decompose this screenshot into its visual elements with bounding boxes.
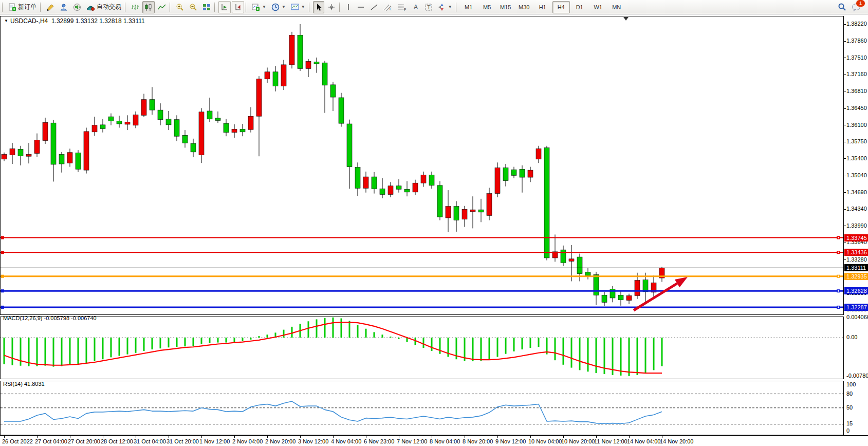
candle-body (404, 189, 410, 192)
trendline-tool-button[interactable] (368, 1, 380, 13)
price-tick-label: 1.33280 (846, 256, 867, 263)
zoom-out-icon (189, 3, 197, 11)
toolbar-grip (40, 3, 43, 12)
new-order-button[interactable]: 新订单 (6, 1, 39, 13)
candle-body (141, 100, 146, 116)
zoom-out-button[interactable] (187, 1, 199, 13)
price-tick-dash (844, 58, 846, 58)
fibonacci-tool-button[interactable]: F (396, 1, 409, 13)
candle-body (544, 147, 549, 257)
price-tick-label: 1.36810 (846, 88, 867, 94)
bar-chart-button[interactable] (129, 1, 141, 13)
timeframe-group: M1M5M15M30H1H4D1W1MN (459, 1, 626, 13)
time-tick (136, 436, 136, 438)
time-tick (366, 436, 366, 438)
chart-shift-marker[interactable] (623, 17, 629, 21)
hline-handle[interactable] (1, 275, 4, 278)
indicators-button[interactable]: ▼ (250, 1, 268, 13)
periods-button[interactable]: ▼ (269, 1, 288, 13)
crosshair-icon (327, 3, 336, 11)
candle-body (322, 63, 327, 85)
tab-timeframe-H4[interactable]: H4 (552, 1, 570, 13)
candle-body (520, 169, 525, 177)
metaeditor-button[interactable] (58, 1, 70, 13)
hline-handle[interactable] (1, 289, 4, 292)
candle-body (495, 168, 500, 193)
tab-timeframe-D1[interactable]: D1 (571, 1, 588, 13)
tab-timeframe-W1[interactable]: W1 (589, 1, 607, 13)
chevron-down-icon: ▼ (448, 5, 452, 9)
person-icon (60, 3, 68, 11)
cursor-button[interactable] (313, 1, 324, 13)
tab-timeframe-M5[interactable]: M5 (478, 1, 496, 13)
time-tick-label: 10 Nov 20:00 (561, 438, 595, 444)
price-tick-label: 1.38220 (846, 21, 867, 27)
hline-handle-dot (838, 237, 839, 238)
autotrade-button[interactable]: 自动交易 (84, 1, 123, 13)
toolbar-grip (246, 3, 248, 12)
label-tool-button[interactable]: T (422, 1, 435, 13)
hline-handle[interactable] (1, 251, 4, 254)
arrows-tool-button[interactable]: ▼ (436, 1, 454, 13)
candle-body (413, 183, 418, 192)
clock-icon (271, 3, 280, 11)
chart-plot[interactable] (0, 16, 844, 435)
vline-tool-button[interactable] (343, 1, 354, 13)
chart-shift-button[interactable] (232, 1, 244, 13)
tab-timeframe-M15[interactable]: M15 (497, 1, 514, 13)
tile-windows-button[interactable] (200, 1, 213, 13)
tab-timeframe-H1[interactable]: H1 (534, 1, 551, 13)
candle-body (478, 210, 484, 212)
price-tick-dash (844, 41, 846, 42)
time-tick (234, 436, 235, 438)
hline-handle[interactable] (1, 236, 4, 239)
candle-body (462, 209, 467, 219)
candle-body (100, 125, 105, 128)
hline-tool-button[interactable] (355, 1, 367, 13)
tab-timeframe-M30[interactable]: M30 (515, 1, 533, 13)
hline-handle[interactable] (1, 306, 4, 309)
price-tick-dash (844, 142, 846, 142)
candle-body (191, 143, 196, 152)
chat-button[interactable]: 1 (849, 1, 863, 13)
text-tool-button[interactable]: A (410, 1, 421, 13)
price-axis: 1.382201.378601.375101.371601.368101.364… (844, 16, 868, 435)
rsi-label: RSI(14) 41.8031 (3, 381, 45, 387)
candle-chart-button[interactable] (142, 1, 155, 13)
candle-body (150, 100, 155, 110)
crosshair-button[interactable] (325, 1, 338, 13)
svg-text:T: T (427, 4, 431, 10)
ohlc-values: 1.32899 1.33132 1.32818 1.33111 (51, 17, 145, 25)
price-tick-dash (844, 176, 846, 176)
candle-body (2, 154, 7, 159)
candle-body (339, 98, 344, 123)
candle-body (446, 207, 451, 218)
candle-body (133, 115, 138, 125)
price-badge-1.32287: 1.32287 (844, 304, 868, 311)
rsi-scale-label: 50 (846, 404, 853, 411)
candle-body (536, 148, 541, 159)
templates-button[interactable]: ▼ (289, 1, 307, 13)
tab-timeframe-M1[interactable]: M1 (460, 1, 477, 13)
candle-body (273, 72, 278, 86)
price-tick-dash (844, 192, 846, 193)
candle-body (380, 189, 385, 194)
line-chart-button[interactable] (156, 1, 168, 13)
candle-body (635, 281, 640, 296)
zoom-in-button[interactable] (174, 1, 186, 13)
candle-body (561, 250, 566, 263)
auto-scroll-button[interactable] (218, 1, 231, 13)
styler-button[interactable] (44, 1, 57, 13)
time-tick-label: 8 Nov 20:00 (463, 438, 493, 444)
chart-title: ▼USDCAD-,H4 1.32899 1.33132 1.32818 1.33… (4, 17, 145, 25)
trend-arrow-head (675, 277, 688, 287)
candle-body (330, 85, 336, 97)
candle-body (67, 153, 72, 163)
macd-scale-label: 0.004066 (846, 314, 868, 320)
channel-tool-button[interactable]: E (381, 1, 395, 13)
tab-timeframe-MN[interactable]: MN (608, 1, 625, 13)
candle-body (602, 295, 607, 302)
search-button[interactable] (836, 1, 848, 13)
alerts-button[interactable] (71, 1, 83, 13)
toolbar-grip (170, 3, 172, 12)
